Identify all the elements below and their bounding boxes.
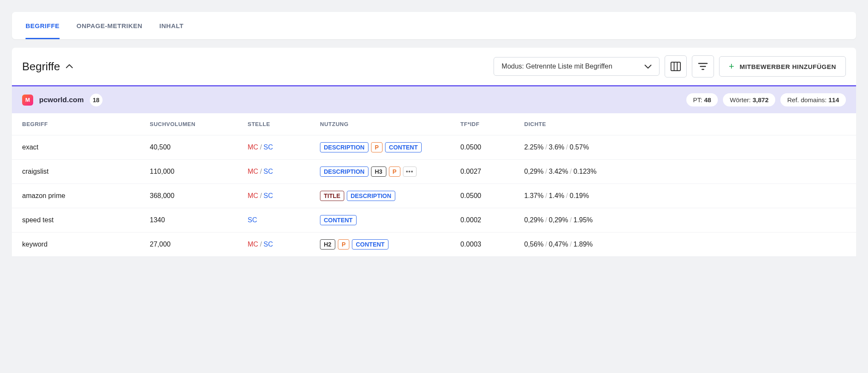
cell-nutzung: TITLEDESCRIPTION: [320, 191, 460, 201]
chevron-up-icon: [66, 64, 73, 69]
site-name: pcworld.com: [39, 96, 84, 104]
terms-table: BEGRIFF SUCHVOLUMEN STELLE NUTZUNG TF*ID…: [12, 113, 856, 257]
cell-dichte: 2.25%/3.6%/0.57%: [524, 143, 846, 151]
table-row[interactable]: keyword27,000MC/SCH2PCONTENT0.00030,56%/…: [12, 232, 856, 257]
col-tfidf[interactable]: TF*IDF: [460, 121, 524, 127]
cell-stelle: MC/SC: [248, 168, 320, 175]
add-competitor-label: MITBEWERBER HINZUFÜGEN: [740, 63, 836, 70]
usage-tag-h2: H2: [320, 239, 335, 250]
col-suchvolumen[interactable]: SUCHVOLUMEN: [150, 121, 248, 127]
table-row[interactable]: amazon prime368,000MC/SCTITLEDESCRIPTION…: [12, 184, 856, 208]
tab-inhalt[interactable]: INHALT: [160, 22, 184, 39]
col-begriff[interactable]: BEGRIFF: [22, 121, 150, 127]
cell-nutzung: CONTENT: [320, 215, 460, 225]
section-toggle[interactable]: Begriffe: [22, 60, 73, 73]
mode-select-label: Modus: Getrennte Liste mit Begriffen: [502, 63, 612, 70]
mode-select[interactable]: Modus: Getrennte Liste mit Begriffen: [494, 57, 660, 76]
columns-button[interactable]: [665, 55, 687, 77]
ref-domains-pill: Ref. domains: 114: [780, 93, 846, 106]
usage-tag-p: P: [338, 239, 349, 250]
svg-rect-0: [671, 62, 680, 71]
usage-tag-p: P: [389, 166, 400, 177]
usage-tag-h3: H3: [371, 166, 386, 177]
cell-nutzung: DESCRIPTIONPCONTENT: [320, 142, 460, 152]
cell-tfidf: 0.0003: [460, 241, 524, 248]
site-favicon: M: [22, 95, 33, 106]
cell-nutzung: DESCRIPTIONH3P•••: [320, 166, 460, 177]
col-dichte[interactable]: DICHTE: [524, 121, 846, 127]
cell-stelle: MC/SC: [248, 241, 320, 248]
filter-button[interactable]: [692, 55, 714, 77]
pt-pill: PT: 48: [686, 93, 718, 106]
cell-suchvolumen: 27,000: [150, 241, 248, 248]
usage-tag-desc: DESCRIPTION: [320, 166, 368, 177]
usage-tag-content: CONTENT: [320, 215, 357, 225]
cell-begriff: speed test: [22, 216, 150, 224]
cell-begriff: exact: [22, 143, 150, 151]
cell-suchvolumen: 110,000: [150, 168, 248, 175]
section-title: Begriffe: [22, 60, 60, 73]
cell-suchvolumen: 1340: [150, 216, 248, 224]
cell-tfidf: 0.0500: [460, 143, 524, 151]
cell-nutzung: H2PCONTENT: [320, 239, 460, 250]
cell-tfidf: 0.0027: [460, 168, 524, 175]
usage-tag-content: CONTENT: [385, 142, 422, 152]
cell-tfidf: 0.0002: [460, 216, 524, 224]
filter-icon: [698, 63, 708, 70]
chevron-down-icon: [645, 64, 651, 69]
table-header: BEGRIFF SUCHVOLUMEN STELLE NUTZUNG TF*ID…: [12, 113, 856, 135]
cell-stelle: MC/SC: [248, 192, 320, 200]
col-nutzung[interactable]: NUTZUNG: [320, 121, 460, 127]
cell-suchvolumen: 368,000: [150, 192, 248, 200]
table-row[interactable]: speed test1340SCCONTENT0.00020,29%/0,29%…: [12, 208, 856, 232]
toolbar: Begriffe Modus: Getrennte Liste mit Begr…: [12, 48, 856, 85]
usage-tag-content: CONTENT: [352, 239, 388, 250]
usage-tag-desc: DESCRIPTION: [320, 142, 368, 152]
cell-dichte: 0,29%/3.42%/0.123%: [524, 168, 846, 175]
usage-tag-p: P: [371, 142, 383, 152]
add-competitor-button[interactable]: + MITBEWERBER HINZUFÜGEN: [719, 56, 846, 77]
cell-dichte: 1.37%/1.4%/0.19%: [524, 192, 846, 200]
cell-stelle: MC/SC: [248, 143, 320, 151]
cell-suchvolumen: 40,500: [150, 143, 248, 151]
cell-begriff: craigslist: [22, 168, 150, 175]
columns-icon: [671, 62, 681, 71]
tab-bar: BEGRIFFE ONPAGE-METRIKEN INHALT: [12, 12, 856, 39]
tab-onpage-metriken[interactable]: ONPAGE-METRIKEN: [77, 22, 143, 39]
col-stelle[interactable]: STELLE: [248, 121, 320, 127]
cell-stelle: SC: [248, 216, 320, 224]
cell-dichte: 0,29%/0,29%/1.95%: [524, 216, 846, 224]
tab-begriffe[interactable]: BEGRIFFE: [26, 22, 60, 39]
usage-tag-more[interactable]: •••: [403, 166, 417, 177]
cell-begriff: keyword: [22, 241, 150, 248]
cell-dichte: 0,56%/0,47%/1.89%: [524, 241, 846, 248]
competitor-info-bar: M pcworld.com 18 PT: 48 Wörter: 3,872 Re…: [12, 86, 856, 113]
usage-tag-desc: DESCRIPTION: [347, 191, 395, 201]
plus-icon: +: [729, 62, 734, 71]
usage-tag-title: TITLE: [320, 191, 344, 201]
words-pill: Wörter: 3,872: [723, 93, 775, 106]
cell-tfidf: 0.0500: [460, 192, 524, 200]
table-row[interactable]: exact40,500MC/SCDESCRIPTIONPCONTENT0.050…: [12, 135, 856, 160]
table-row[interactable]: craigslist110,000MC/SCDESCRIPTIONH3P•••0…: [12, 160, 856, 184]
term-count-badge: 18: [90, 94, 103, 106]
cell-begriff: amazon prime: [22, 192, 150, 200]
